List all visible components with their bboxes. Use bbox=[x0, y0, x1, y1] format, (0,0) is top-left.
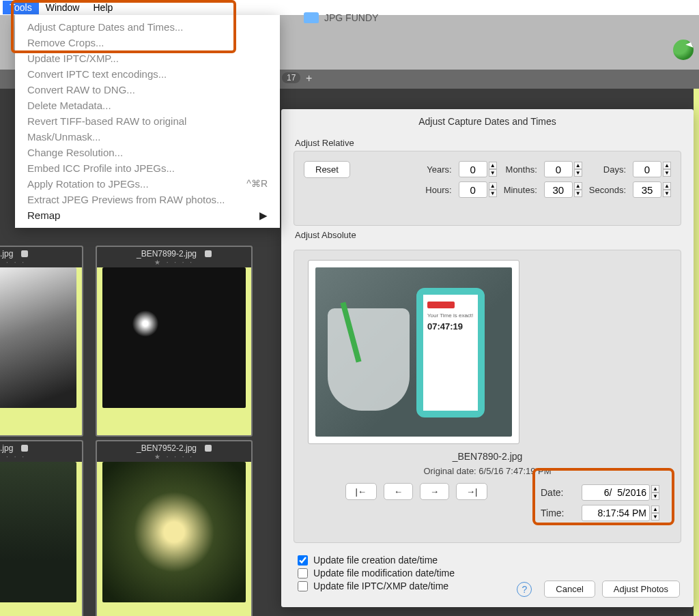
adjust-relative-label: Adjust Relative bbox=[281, 134, 694, 151]
thumb-filename: _BEN7899-2.jpg bbox=[137, 249, 197, 259]
preview-filename: _BEN7890-2.jpg bbox=[304, 451, 671, 462]
days-input[interactable] bbox=[633, 161, 661, 177]
menuitem-update-iptc[interactable]: Update IPTC/XMP... bbox=[15, 50, 280, 66]
thumb-image bbox=[102, 462, 246, 602]
thumb-flag-icon bbox=[21, 250, 28, 257]
adjust-absolute-label: Adjust Absolute bbox=[281, 226, 694, 243]
months-input[interactable] bbox=[544, 161, 573, 177]
stepper-up-icon[interactable]: ▲ bbox=[663, 182, 671, 190]
thumb-filename: 0-2.jpg bbox=[0, 249, 13, 259]
stepper-up-icon[interactable]: ▲ bbox=[489, 162, 497, 169]
date-input[interactable] bbox=[582, 484, 650, 501]
stepper-down-icon[interactable]: ▼ bbox=[651, 513, 659, 520]
check-modification-label: Update file modification date/time bbox=[313, 568, 455, 578]
seconds-input[interactable] bbox=[633, 181, 661, 198]
nav-next-button[interactable]: → bbox=[420, 483, 449, 500]
menu-window[interactable]: Window bbox=[39, 1, 87, 14]
preview-frame: Your Time is exact! 07:47:19 bbox=[308, 260, 519, 444]
stepper-up-icon[interactable]: ▲ bbox=[651, 485, 659, 493]
thumb-filename: 4-2.jpg bbox=[0, 443, 13, 453]
years-input[interactable] bbox=[459, 161, 487, 177]
menuitem-embed-icc[interactable]: Embed ICC Profile into JPEGs... bbox=[15, 160, 280, 176]
stepper-down-icon[interactable]: ▼ bbox=[574, 190, 582, 197]
preview-image: Your Time is exact! 07:47:19 bbox=[315, 267, 512, 437]
hours-input[interactable] bbox=[459, 181, 487, 198]
menuitem-convert-encodings[interactable]: Convert IPTC text encodings... bbox=[15, 66, 280, 82]
check-creation[interactable]: Update file creation date/time bbox=[298, 555, 677, 566]
stepper-down-icon[interactable]: ▼ bbox=[651, 493, 659, 500]
menuitem-apply-rotation[interactable]: Apply Rotation to JPEGs... ^⌘R bbox=[15, 176, 280, 192]
menu-help[interactable]: Help bbox=[86, 1, 119, 14]
menuitem-adjust-dates[interactable]: Adjust Capture Dates and Times... bbox=[15, 19, 280, 35]
menuitem-shortcut: ^⌘R bbox=[246, 178, 268, 190]
check-creation-box[interactable] bbox=[298, 555, 308, 566]
folder-icon bbox=[304, 12, 319, 23]
days-stepper[interactable]: ▲▼ bbox=[633, 161, 671, 177]
hours-label: Hours: bbox=[425, 185, 451, 195]
stepper-up-icon[interactable]: ▲ bbox=[651, 505, 659, 513]
menu-tools[interactable]: Tools bbox=[3, 1, 39, 14]
date-label: Date: bbox=[541, 487, 563, 498]
check-iptc-box[interactable] bbox=[298, 581, 308, 591]
months-label: Months: bbox=[504, 164, 537, 175]
stepper-down-icon[interactable]: ▼ bbox=[663, 190, 671, 197]
nav-prev-button[interactable]: ← bbox=[384, 483, 413, 500]
reset-button[interactable]: Reset bbox=[304, 161, 350, 178]
menuitem-remap[interactable]: Remap▶ bbox=[15, 207, 280, 224]
minutes-label: Minutes: bbox=[504, 185, 537, 195]
folder-name: JPG FUNDY bbox=[324, 12, 378, 23]
minutes-input[interactable] bbox=[544, 181, 573, 198]
stepper-up-icon[interactable]: ▲ bbox=[489, 182, 497, 190]
cancel-button[interactable]: Cancel bbox=[544, 581, 595, 598]
seconds-stepper[interactable]: ▲▼ bbox=[633, 181, 671, 198]
right-strip bbox=[694, 89, 699, 616]
count-badge: 17 bbox=[282, 72, 300, 83]
menuitem-delete-metadata[interactable]: Delete Metadata... bbox=[15, 98, 280, 113]
thumb-cell[interactable]: _BEN7952-2.jpg★ · · · · bbox=[96, 440, 253, 616]
years-stepper[interactable]: ▲▼ bbox=[459, 161, 497, 177]
stepper-down-icon[interactable]: ▼ bbox=[663, 169, 671, 177]
stepper-up-icon[interactable]: ▲ bbox=[663, 162, 671, 169]
thumb-cell[interactable]: 0-2.jpg· · · · · bbox=[0, 246, 83, 437]
nav-last-button[interactable]: →| bbox=[456, 483, 487, 500]
menuitem-extract-jpeg-previews[interactable]: Extract JPEG Previews from RAW photos... bbox=[15, 192, 280, 207]
minutes-stepper[interactable]: ▲▼ bbox=[544, 181, 582, 198]
menuitem-remove-crops[interactable]: Remove Crops... bbox=[15, 35, 280, 50]
time-stepper[interactable]: ▲▼ bbox=[582, 505, 659, 521]
nav-first-button[interactable]: |← bbox=[345, 483, 377, 500]
hours-stepper[interactable]: ▲▼ bbox=[459, 181, 497, 198]
check-modification-box[interactable] bbox=[298, 568, 308, 578]
stepper-down-icon[interactable]: ▼ bbox=[574, 169, 582, 177]
stepper-down-icon[interactable]: ▼ bbox=[489, 190, 497, 197]
help-button[interactable]: ? bbox=[517, 582, 532, 597]
preview-phone: Your Time is exact! 07:47:19 bbox=[416, 288, 485, 417]
absolute-date-box: Date: ▲▼ Time: ▲▼ bbox=[532, 473, 668, 533]
time-input[interactable] bbox=[582, 505, 650, 521]
time-label: Time: bbox=[541, 508, 564, 518]
globe-upload-icon[interactable] bbox=[673, 40, 694, 60]
stepper-down-icon[interactable]: ▼ bbox=[489, 169, 497, 177]
thumb-rating: ★ · · · · bbox=[154, 453, 194, 460]
date-stepper[interactable]: ▲▼ bbox=[582, 484, 659, 501]
stepper-up-icon[interactable]: ▲ bbox=[574, 182, 582, 190]
months-stepper[interactable]: ▲▼ bbox=[544, 161, 582, 177]
preview-nav: |← ← → →| bbox=[304, 483, 529, 500]
check-modification[interactable]: Update file modification date/time bbox=[298, 568, 677, 578]
adjust-dates-dialog: Adjust Capture Dates and Times Adjust Re… bbox=[281, 109, 694, 607]
menuitem-change-resolution[interactable]: Change Resolution... bbox=[15, 145, 280, 160]
adjust-photos-button[interactable]: Adjust Photos bbox=[602, 581, 680, 598]
preview-straw bbox=[340, 302, 361, 362]
menuitem-mask-unmask[interactable]: Mask/Unmask... bbox=[15, 129, 280, 145]
preview-cup bbox=[328, 308, 410, 411]
check-iptc-label: Update file IPTC/XMP date/time bbox=[313, 581, 448, 591]
breadcrumb-folder[interactable]: JPG FUNDY bbox=[304, 12, 378, 23]
stepper-up-icon[interactable]: ▲ bbox=[574, 162, 582, 169]
add-tab-button[interactable]: + bbox=[306, 72, 312, 85]
menuitem-convert-raw-dng[interactable]: Convert RAW to DNG... bbox=[15, 82, 280, 98]
thumb-cell[interactable]: _BEN7899-2.jpg★ · · · · bbox=[96, 246, 253, 437]
thumb-rating: · · · · · bbox=[0, 259, 26, 266]
seconds-label: Seconds: bbox=[589, 185, 626, 195]
thumb-rating: · · · · · bbox=[0, 453, 26, 460]
menuitem-revert-tiff-raw[interactable]: Revert TIFF-based RAW to original bbox=[15, 113, 280, 129]
thumb-cell[interactable]: 4-2.jpg· · · · · bbox=[0, 440, 83, 616]
